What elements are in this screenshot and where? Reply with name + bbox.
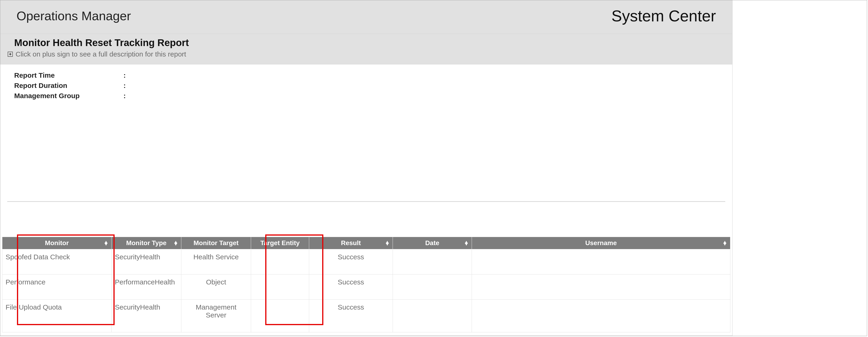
cell-monitor: File Upload Quota <box>2 300 112 332</box>
meta-label: Report Time <box>14 71 123 79</box>
expand-hint-text: Click on plus sign to see a full descrip… <box>16 50 186 58</box>
column-header-target: Monitor Target <box>181 237 251 249</box>
column-header-user[interactable]: Username▲▼ <box>472 237 731 249</box>
sort-icon[interactable]: ▲▼ <box>385 241 390 245</box>
spacer <box>0 102 732 201</box>
meta-colon: : <box>123 71 130 79</box>
cell-result: Success <box>309 274 393 300</box>
meta-row: Report Duration: <box>14 82 718 90</box>
sort-icon[interactable]: ▲▼ <box>464 241 469 245</box>
column-header-type[interactable]: Monitor Type▲▼ <box>112 237 181 249</box>
report-window: Operations Manager System Center Monitor… <box>0 0 867 336</box>
cell-date <box>393 249 472 274</box>
sort-icon[interactable]: ▲▼ <box>173 241 178 245</box>
meta-row: Report Time: <box>14 71 718 79</box>
cell-type: SecurityHealth <box>112 300 181 332</box>
cell-type: PerformanceHealth <box>112 274 181 300</box>
cell-entity <box>251 274 309 300</box>
meta-label: Management Group <box>14 92 123 100</box>
sort-icon[interactable]: ▲▼ <box>722 241 727 245</box>
meta-colon: : <box>123 92 130 100</box>
app-title: Operations Manager <box>17 9 131 23</box>
meta-row: Management Group: <box>14 92 718 100</box>
table-body: Spoofed Data CheckSecurityHealthHealth S… <box>2 249 731 332</box>
cell-type: SecurityHealth <box>112 249 181 274</box>
cell-result: Success <box>309 249 393 274</box>
column-header-entity: Target Entity <box>251 237 309 249</box>
cell-user <box>472 249 731 274</box>
title-banner: Operations Manager System Center <box>0 0 732 34</box>
table-row[interactable]: PerformancePerformanceHealthObject Succe… <box>2 274 731 300</box>
report-metadata: Report Time:Report Duration:Management G… <box>0 64 732 102</box>
cell-user <box>472 300 731 332</box>
report-pane: Operations Manager System Center Monitor… <box>0 0 733 336</box>
column-header-date[interactable]: Date▲▼ <box>393 237 472 249</box>
sort-icon[interactable]: ▲▼ <box>103 241 108 245</box>
results-table: Monitor▲▼Monitor Type▲▼Monitor TargetTar… <box>2 237 731 332</box>
brand-title: System Center <box>611 7 716 25</box>
plus-icon[interactable]: + <box>8 52 13 57</box>
meta-colon: : <box>123 82 130 90</box>
report-title: Monitor Health Reset Tracking Report <box>7 37 726 49</box>
cell-entity <box>251 300 309 332</box>
cell-user <box>472 274 731 300</box>
cell-monitor: Spoofed Data Check <box>2 249 112 274</box>
report-header: Monitor Health Reset Tracking Report + C… <box>0 34 732 64</box>
cell-date <box>393 274 472 300</box>
cell-date <box>393 300 472 332</box>
table-header-row: Monitor▲▼Monitor Type▲▼Monitor TargetTar… <box>2 237 731 249</box>
cell-target: Object <box>181 274 251 300</box>
table-row[interactable]: Spoofed Data CheckSecurityHealthHealth S… <box>2 249 731 274</box>
right-empty-area <box>733 0 867 336</box>
column-header-monitor[interactable]: Monitor▲▼ <box>2 237 112 249</box>
cell-target: Management Server <box>181 300 251 332</box>
table-row[interactable]: File Upload QuotaSecurityHealthManagemen… <box>2 300 731 332</box>
meta-label: Report Duration <box>14 82 123 90</box>
cell-monitor: Performance <box>2 274 112 300</box>
cell-entity <box>251 249 309 274</box>
column-header-result[interactable]: Result▲▼ <box>309 237 393 249</box>
cell-result: Success <box>309 300 393 332</box>
cell-target: Health Service <box>181 249 251 274</box>
expand-description-row[interactable]: + Click on plus sign to see a full descr… <box>7 50 726 58</box>
results-table-wrap: Monitor▲▼Monitor Type▲▼Monitor TargetTar… <box>0 202 732 336</box>
